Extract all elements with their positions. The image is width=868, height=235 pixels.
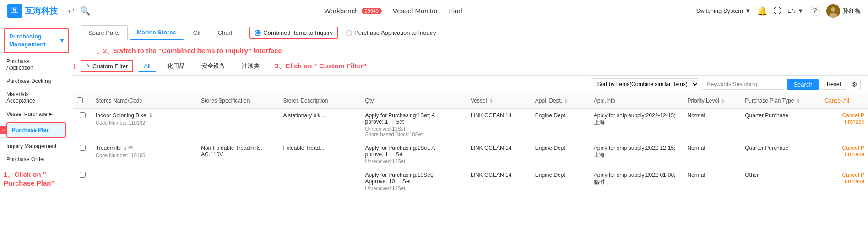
row2-qty: Apply for Purchasing:1Set; Approve: 1 Se… — [362, 141, 467, 168]
search-button[interactable]: Search — [787, 79, 819, 90]
step1-instruction: 1、Click on " Purchase Plan" — [0, 168, 73, 190]
workbench-badge: 28949 — [362, 8, 382, 14]
search-icon[interactable]: 🔍 — [80, 6, 90, 16]
notification-icon[interactable]: 🔔 — [757, 6, 767, 16]
category-cat3[interactable]: 油漆类 — [236, 60, 266, 72]
row1-qty-unreceived: Unreceived:11SetShore-based Stock:10Set — [365, 126, 463, 137]
th-priority[interactable]: Priority Level ⇅ — [684, 93, 741, 109]
row2-check[interactable] — [73, 141, 92, 168]
sidebar-item-purchase-order[interactable]: Purchase Order — [0, 153, 73, 166]
avatar — [826, 4, 840, 18]
workbench-button[interactable]: Workbench 28949 — [324, 7, 382, 15]
switching-system-label: Switching System — [696, 7, 743, 14]
row2-mail-icon[interactable]: ✉ — [128, 145, 133, 151]
sidebar-item-inquiry-management[interactable]: Inquiry Management — [0, 140, 73, 153]
th-plantype[interactable]: Purchase Plan Type ⇅ — [741, 93, 821, 109]
sort-select[interactable]: Sort by Items(Combine similar Items) — [591, 78, 699, 90]
category-cat1[interactable]: 化用品 — [161, 60, 191, 72]
radio-combined-inquiry[interactable]: Combined Items to Inquiry — [249, 27, 338, 39]
select-all-checkbox[interactable] — [77, 97, 83, 103]
row3-check[interactable] — [73, 168, 92, 195]
row1-spec — [197, 109, 279, 141]
switching-system-button[interactable]: Switching System ▼ — [696, 7, 751, 14]
help-icon[interactable]: ? — [810, 6, 820, 16]
back-icon[interactable]: ↩ — [68, 6, 75, 16]
tab-marine-stores[interactable]: Marine Stores — [130, 25, 184, 40]
step2-instruction: 2、Switch to the "Combined items to Inqui… — [103, 47, 282, 55]
th-dept[interactable]: Appl. Dept. ⇅ — [532, 93, 590, 109]
custom-filter-button[interactable]: ✎ Custom Filter — [81, 60, 133, 72]
radio-purchase-app[interactable]: Purchase Application to Inquiry — [346, 29, 436, 36]
step3-instruction: 3、Click on " Custom Filter" — [275, 62, 367, 71]
language-selector[interactable]: EN ▼ — [787, 7, 803, 14]
layout: PurchasingManagement ▾ PurchaseApplicati… — [0, 22, 868, 235]
row3-plantype: Other — [741, 168, 821, 195]
row2-qty-apply: Apply for Purchasing:1Set; Approve: 1 Se… — [365, 145, 463, 158]
row1-checkbox[interactable] — [80, 112, 86, 118]
row1-priority: Normal — [684, 109, 741, 141]
row3-name-cell — [92, 168, 197, 195]
sidebar-item-vessel-purchase[interactable]: Vessel Purchase ▶ — [0, 108, 73, 120]
row3-cancel[interactable]: Cancel Purchase — [821, 168, 868, 195]
custom-filter-wrapper: ↓ ✎ Custom Filter — [81, 60, 133, 72]
th-priority-label: Priority Level — [687, 98, 719, 104]
edit-icon: ✎ — [86, 63, 91, 69]
row2-cancel-link[interactable]: Cancel Purchase — [842, 145, 864, 158]
user-menu[interactable]: 孙红梅 — [826, 4, 861, 18]
th-qty: Qty — [362, 93, 467, 109]
row1-cancel-link[interactable]: Cancel Purchase — [842, 112, 864, 125]
sidebar-item-purchase-application[interactable]: PurchaseApplication — [0, 55, 73, 74]
category-cat2[interactable]: 安全设备 — [195, 60, 231, 72]
step3-arrow: ↓ — [73, 61, 76, 71]
find-link[interactable]: Find — [449, 7, 462, 15]
th-cancel-all[interactable]: Cancel All — [821, 93, 868, 109]
th-check — [73, 93, 92, 109]
sidebar-section-header[interactable]: PurchasingManagement ▾ — [5, 29, 68, 52]
sidebar-item-materials-acceptance[interactable]: MaterialsAcceptance — [0, 88, 73, 107]
row1-qty: Apply for Purchasing:1Set; Approve: 1 Se… — [362, 109, 467, 141]
th-vessel-label: Vessel — [471, 98, 487, 104]
sidebar: PurchasingManagement ▾ PurchaseApplicati… — [0, 22, 73, 235]
row2-plantype: Quarter Purchase — [741, 141, 821, 168]
row2-info-icon[interactable]: ℹ — [124, 145, 126, 151]
row1-cancel[interactable]: Cancel Purchase — [821, 109, 868, 141]
row2-checkbox[interactable] — [80, 145, 86, 151]
navbar-center: Workbench 28949 Vessel Monitor Find — [96, 7, 691, 15]
category-all[interactable]: All — [138, 60, 156, 72]
sidebar-section-purchasing: PurchasingManagement ▾ — [4, 28, 69, 53]
custom-filter-label: Custom Filter — [92, 63, 128, 70]
tab-chart[interactable]: Chart — [210, 25, 240, 40]
main-content: Spare Parts Marine Stores Oil Chart Comb… — [73, 22, 868, 235]
row1-item-name: Indoor Spinning Bike ℹ — [96, 112, 194, 119]
fullscreen-icon[interactable]: ⛶ — [774, 7, 781, 15]
row1-appinfo: Apply for ship supply:2022-12-15;上海 — [590, 109, 684, 141]
filter-row: ↓ ✎ Custom Filter All 化用品 安全设备 油漆类 3、Cli… — [73, 57, 868, 75]
row2-priority: Normal — [684, 141, 741, 168]
tabs-row: Spare Parts Marine Stores Oil Chart Comb… — [73, 22, 868, 44]
row3-qty: Apply for Purchasing:10Set;Approve: 10 S… — [362, 168, 467, 195]
th-vessel[interactable]: Vessel ⇅ — [467, 93, 532, 109]
reset-button[interactable]: Reset — [822, 79, 846, 90]
row2-item-code: Code Number:110106 — [96, 153, 194, 158]
sidebar-item-purchase-plan[interactable]: Purchase Plan — [6, 122, 66, 138]
table-container: Stores Name/Code Stores Specification St… — [73, 93, 868, 235]
row2-cancel[interactable]: Cancel Purchase — [821, 141, 868, 168]
row1-info-icon[interactable]: ℹ — [150, 112, 152, 119]
radio-group: Combined Items to Inquiry Purchase Appli… — [249, 27, 436, 39]
row1-item-code: Code Number:110102 — [96, 120, 194, 126]
vessel-monitor-link[interactable]: Vessel Monitor — [393, 7, 438, 15]
sidebar-item-purchase-docking[interactable]: Purchase Docking — [0, 75, 73, 87]
cancel-all-label: Cancel All — [825, 98, 849, 104]
tab-spare-parts[interactable]: Spare Parts — [81, 25, 128, 40]
search-input[interactable] — [702, 79, 784, 90]
table-row: Indoor Spinning Bike ℹ Code Number:11010… — [73, 109, 868, 141]
settings-button[interactable]: ⚙ — [849, 79, 861, 90]
th-name: Stores Name/Code — [92, 93, 197, 109]
row3-cancel-link[interactable]: Cancel Purchase — [842, 172, 864, 185]
sidebar-section-arrow: ▾ — [60, 37, 64, 44]
workbench-label: Workbench — [324, 7, 359, 15]
row1-check[interactable] — [73, 109, 92, 141]
tab-oil[interactable]: Oil — [185, 25, 208, 40]
row3-checkbox[interactable] — [80, 172, 86, 178]
logo-icon: 互 — [7, 4, 22, 18]
